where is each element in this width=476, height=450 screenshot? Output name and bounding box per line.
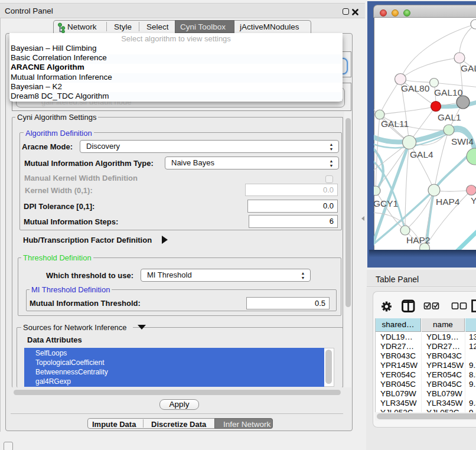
svg-text:HAP4: HAP4 xyxy=(436,197,460,207)
svg-text:SWI4: SWI4 xyxy=(451,136,474,146)
svg-text:GAL10: GAL10 xyxy=(434,87,463,97)
svg-text:GAL1: GAL1 xyxy=(438,112,461,122)
svg-text:GAL80: GAL80 xyxy=(401,83,430,93)
svg-text:GAL4: GAL4 xyxy=(410,149,433,159)
svg-text:GAL: GAL xyxy=(461,63,476,73)
svg-text:Y: Y xyxy=(471,195,476,206)
svg-text:GCY1: GCY1 xyxy=(374,198,398,208)
svg-text:GAL11: GAL11 xyxy=(381,119,409,129)
svg-text:HAP2: HAP2 xyxy=(406,235,431,245)
